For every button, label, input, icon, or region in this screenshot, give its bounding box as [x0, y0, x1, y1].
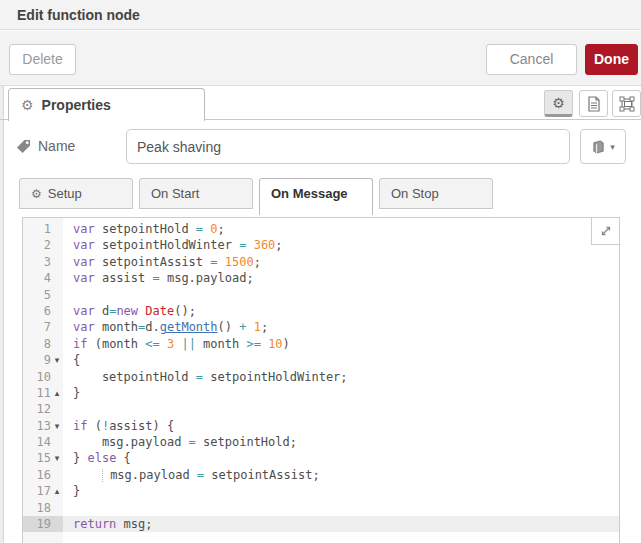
code-text: } else { — [63, 450, 619, 466]
gear-icon: ⚙ — [21, 97, 34, 113]
fold-spacer — [51, 237, 63, 253]
editor-expand-button[interactable] — [591, 218, 619, 245]
line-number: 18 — [23, 500, 51, 516]
tab-label: Setup — [48, 186, 82, 201]
gutter-cell: 7 — [23, 319, 63, 335]
gutter-cell: 17▴ — [23, 483, 63, 499]
description-toolbar-button[interactable] — [579, 90, 608, 117]
tab-on-stop[interactable]: On Stop — [379, 178, 493, 209]
code-text: setpointHold = setpointHoldWinter; — [63, 369, 619, 385]
code-line[interactable]: 13▾if (!assist) { — [23, 418, 619, 434]
cancel-button[interactable]: Cancel — [486, 44, 577, 75]
code-line[interactable]: 3var setpointAssist = 1500; — [23, 254, 619, 270]
line-number: 1 — [23, 221, 51, 237]
done-button[interactable]: Done — [585, 44, 638, 75]
fold-widget-icon[interactable]: ▾ — [51, 418, 63, 434]
gear-icon: ⚙ — [31, 187, 42, 201]
code-line[interactable]: 9▾{ — [23, 352, 619, 368]
line-number: 8 — [23, 336, 51, 352]
code-text: if (!assist) { — [63, 418, 619, 434]
tray-left-edge — [0, 86, 4, 543]
gutter-cell: 19 — [23, 516, 63, 532]
tab-label: On Stop — [391, 186, 439, 201]
code-line[interactable]: 5 — [23, 287, 619, 303]
line-number: 10 — [23, 369, 51, 385]
code-line[interactable]: 11▴} — [23, 385, 619, 401]
tab-on-message[interactable]: On Message — [259, 178, 373, 215]
line-number: 4 — [23, 270, 51, 286]
fold-spacer — [51, 287, 63, 303]
code-text: msg.payload = setpointHold; — [63, 434, 619, 450]
gutter-cell: 6 — [23, 303, 63, 319]
code-line[interactable]: 1var setpointHold = 0; — [23, 221, 619, 237]
fold-spacer — [51, 270, 63, 286]
delete-button[interactable]: Delete — [9, 44, 76, 75]
code-text: msg.payload = setpointAssist; — [63, 467, 619, 483]
appearance-toolbar-button[interactable] — [612, 90, 641, 117]
code-line[interactable]: 10 setpointHold = setpointHoldWinter; — [23, 369, 619, 385]
line-number: 13 — [23, 418, 51, 434]
chevron-down-icon: ▾ — [610, 142, 615, 152]
code-line[interactable]: 4var assist = msg.payload; — [23, 270, 619, 286]
code-line[interactable]: 12 — [23, 401, 619, 417]
line-number: 14 — [23, 434, 51, 450]
gutter-cell: 4 — [23, 270, 63, 286]
gutter-cell: 9▾ — [23, 352, 63, 368]
code-text: } — [63, 483, 619, 499]
gutter-cell: 18 — [23, 500, 63, 516]
dialog-button-bar: Delete Cancel Done — [0, 31, 641, 86]
code-text: var setpointAssist = 1500; — [63, 254, 619, 270]
label-options-button[interactable]: ▾ — [580, 129, 626, 164]
gutter-cell: 16 — [23, 467, 63, 483]
code-text — [63, 287, 619, 303]
line-number: 11 — [23, 385, 51, 401]
code-line[interactable]: 6var d=new Date(); — [23, 303, 619, 319]
code-line[interactable]: 15▾} else { — [23, 450, 619, 466]
properties-toolbar-button[interactable]: ⚙ — [544, 90, 573, 117]
code-line[interactable]: 16 msg.payload = setpointAssist; — [23, 467, 619, 483]
line-number: 17 — [23, 483, 51, 499]
fold-widget-icon[interactable]: ▾ — [51, 450, 63, 466]
tab-label: On Start — [151, 186, 199, 201]
code-line[interactable]: 14 msg.payload = setpointHold; — [23, 434, 619, 450]
line-number: 19 — [23, 516, 51, 532]
gutter-cell: 12 — [23, 401, 63, 417]
dialog-header: Edit function node — [0, 0, 641, 30]
line-number: 5 — [23, 287, 51, 303]
properties-tab-label: Properties — [42, 97, 111, 113]
name-input[interactable] — [126, 129, 570, 164]
gutter-cell: 8 — [23, 336, 63, 352]
fold-spacer — [51, 369, 63, 385]
fold-spacer — [51, 336, 63, 352]
code-text: var d=new Date(); — [63, 303, 619, 319]
code-line[interactable]: 19return msg; — [23, 516, 619, 532]
fold-widget-icon[interactable]: ▴ — [51, 385, 63, 401]
fold-spacer — [51, 516, 63, 532]
code-line[interactable]: 8if (month <= 3 || month >= 10) — [23, 336, 619, 352]
line-number: 12 — [23, 401, 51, 417]
code-line[interactable]: 18 — [23, 500, 619, 516]
dialog-title: Edit function node — [17, 0, 140, 30]
code-line[interactable]: 2var setpointHoldWinter = 360; — [23, 237, 619, 253]
tab-on-start[interactable]: On Start — [139, 178, 253, 209]
code-line[interactable]: 7var month=d.getMonth() + 1; — [23, 319, 619, 335]
gear-icon: ⚙ — [552, 95, 565, 111]
fold-spacer — [51, 303, 63, 319]
gutter-cell: 5 — [23, 287, 63, 303]
name-field-label: Name — [16, 138, 75, 154]
tab-label: On Message — [271, 186, 348, 201]
tab-properties[interactable]: ⚙ Properties — [8, 88, 205, 121]
expand-icon — [600, 225, 612, 237]
fold-spacer — [51, 221, 63, 237]
tag-icon — [16, 139, 31, 154]
fold-widget-icon[interactable]: ▾ — [51, 352, 63, 368]
fold-widget-icon[interactable]: ▴ — [51, 483, 63, 499]
editor-lines: 1var setpointHold = 0;2var setpointHoldW… — [23, 221, 619, 532]
tab-setup[interactable]: ⚙Setup — [19, 178, 133, 209]
line-number: 7 — [23, 319, 51, 335]
gutter-cell: 15▾ — [23, 450, 63, 466]
code-text — [63, 401, 619, 417]
gutter-cell: 1 — [23, 221, 63, 237]
code-line[interactable]: 17▴} — [23, 483, 619, 499]
code-editor[interactable]: 1var setpointHold = 0;2var setpointHoldW… — [22, 217, 620, 543]
